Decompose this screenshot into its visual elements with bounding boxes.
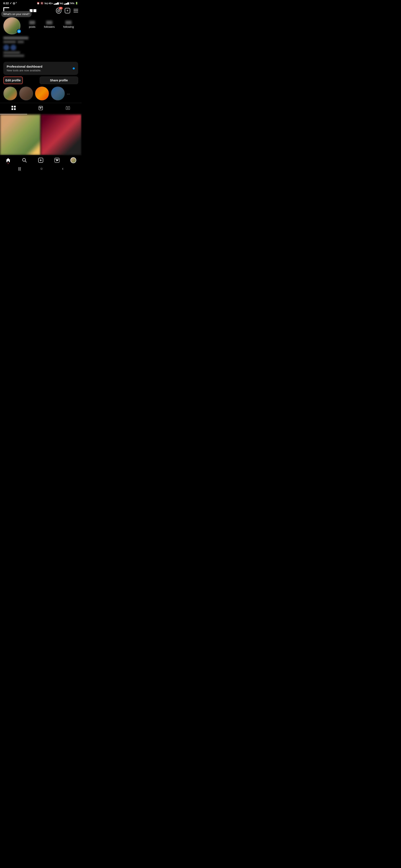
profile-location-row xyxy=(3,45,78,51)
highlight-circle-3 xyxy=(35,87,49,100)
home-button[interactable]: ○ xyxy=(40,166,43,171)
threads-icon[interactable]: @ 9+ xyxy=(56,8,61,13)
time: 6:22 xyxy=(3,2,9,5)
threads-icon-wrap[interactable]: @ 9+ xyxy=(56,8,61,13)
action-buttons: ➤ Edit profile Share profile xyxy=(0,76,82,87)
nav-center-icons xyxy=(30,9,36,12)
posts-label: posts xyxy=(29,25,35,28)
bio-line-2 xyxy=(18,41,24,43)
alarm-icon: ⏰ xyxy=(37,2,40,5)
profile-top: What's on your mind? + posts followers f… xyxy=(3,17,78,34)
add-story-button[interactable]: + xyxy=(17,29,21,34)
nav-home[interactable] xyxy=(0,158,16,163)
svg-point-7 xyxy=(67,107,68,109)
recents-button[interactable]: ||| xyxy=(18,166,21,171)
nav-search[interactable] xyxy=(16,158,33,163)
share-profile-button[interactable]: Share profile xyxy=(40,76,78,84)
svg-line-9 xyxy=(25,161,27,162)
followers-stat[interactable]: followers xyxy=(44,21,55,28)
svg-rect-6 xyxy=(66,106,70,110)
whats-on-mind-text: What's on your mind? xyxy=(3,12,29,16)
svg-rect-0 xyxy=(11,106,13,107)
system-nav: ||| ○ ‹ xyxy=(0,164,82,174)
tagged-icon xyxy=(65,106,70,112)
profile-section: What's on your mind? + posts followers f… xyxy=(0,16,82,34)
grid-photo-1[interactable] xyxy=(0,115,40,155)
highlight-4[interactable] xyxy=(51,87,65,100)
battery-label: 74% xyxy=(70,2,74,5)
nav-right-icons: @ 9+ + xyxy=(56,8,78,13)
reels-icon xyxy=(38,106,43,112)
highlight-circle-4 xyxy=(51,87,65,100)
highlight-1[interactable] xyxy=(3,87,17,100)
profile-icon-1 xyxy=(3,45,9,51)
bio-line-3 xyxy=(3,51,20,54)
back-button[interactable]: ‹ xyxy=(62,166,63,171)
status-left: 6:22 ✓ ◎ ᶠ xyxy=(3,2,17,5)
tab-reels[interactable] xyxy=(27,103,54,114)
nav-add[interactable] xyxy=(33,158,49,163)
svg-rect-1 xyxy=(14,106,16,107)
bio-line-1 xyxy=(3,41,16,43)
following-label: following xyxy=(63,25,74,28)
menu-line-1 xyxy=(74,9,78,9)
add-icon xyxy=(38,158,44,163)
menu-icon[interactable] xyxy=(74,9,78,12)
search-icon xyxy=(22,158,27,163)
posts-stat[interactable]: posts xyxy=(29,21,35,28)
home-active-dot xyxy=(8,163,8,164)
tab-grid[interactable] xyxy=(0,103,27,114)
notification-badge: 9+ xyxy=(59,7,63,9)
status-bar: 6:22 ✓ ◎ ᶠ ⏰ 🔇 Vo) 4G+ ▂▄▆ Vo) ▂▄▆ 74% 🔋 xyxy=(0,0,82,6)
highlight-more: ··· xyxy=(67,92,70,100)
highlight-circle-2 xyxy=(19,87,33,100)
edit-profile-button[interactable]: Edit profile xyxy=(3,76,23,84)
nav-profile-avatar xyxy=(70,157,76,163)
professional-dashboard[interactable]: Professional dashboard New tools are now… xyxy=(3,62,78,75)
edit-profile-wrap: ➤ Edit profile xyxy=(3,76,38,84)
signal-bars-icon: ▂▄▆ xyxy=(54,2,59,5)
story-highlights: ··· xyxy=(0,87,82,103)
bottom-nav xyxy=(0,155,82,164)
following-stat[interactable]: following xyxy=(63,21,74,28)
followers-label: followers xyxy=(44,25,55,28)
pro-dashboard-dot xyxy=(73,67,75,69)
svg-rect-2 xyxy=(11,108,13,110)
instagram-status-icon: ◎ xyxy=(13,2,15,5)
pro-dashboard-text: Professional dashboard New tools are now… xyxy=(7,65,73,72)
menu-line-3 xyxy=(74,12,78,12)
tab-tagged[interactable] xyxy=(54,103,82,114)
add-post-icon[interactable]: + xyxy=(65,8,70,13)
whats-on-mind-bubble: What's on your mind? xyxy=(1,11,32,17)
pro-dashboard-subtitle: New tools are now available. xyxy=(7,69,73,72)
highlight-3[interactable] xyxy=(35,87,49,100)
highlight-2[interactable] xyxy=(19,87,33,100)
network-label: Vo) 4G+ xyxy=(44,2,53,5)
profile-extra-rows xyxy=(3,41,78,44)
photo-grid xyxy=(0,115,82,155)
check-icon: ✓ xyxy=(9,2,12,5)
grid-photo-2[interactable] xyxy=(41,115,82,155)
profile-info xyxy=(0,34,82,59)
nav-square-2 xyxy=(33,9,36,12)
profile-icon-2 xyxy=(10,45,16,51)
profile-extras xyxy=(3,51,78,57)
profile-name xyxy=(3,36,28,39)
nav-reels[interactable] xyxy=(49,158,65,163)
avatar-wrap: What's on your mind? + xyxy=(3,17,22,34)
svg-point-8 xyxy=(23,158,26,161)
bio-line-4 xyxy=(3,55,24,57)
highlight-circle-1 xyxy=(3,87,17,100)
signal-icon: ᶠ xyxy=(16,2,17,5)
content-tab-bar xyxy=(0,103,82,115)
mute-icon: 🔇 xyxy=(40,2,44,5)
menu-line-2 xyxy=(74,10,78,11)
grid-icon xyxy=(11,105,16,112)
nav-reels-icon xyxy=(54,158,60,163)
signal-bars2-icon: ▂▄▆ xyxy=(64,2,69,5)
nav-profile[interactable] xyxy=(65,157,82,163)
lte2-label: Vo) xyxy=(59,2,63,5)
home-icon xyxy=(5,158,11,163)
profile-stats: posts followers following xyxy=(25,17,78,28)
pro-dashboard-title: Professional dashboard xyxy=(7,65,73,68)
